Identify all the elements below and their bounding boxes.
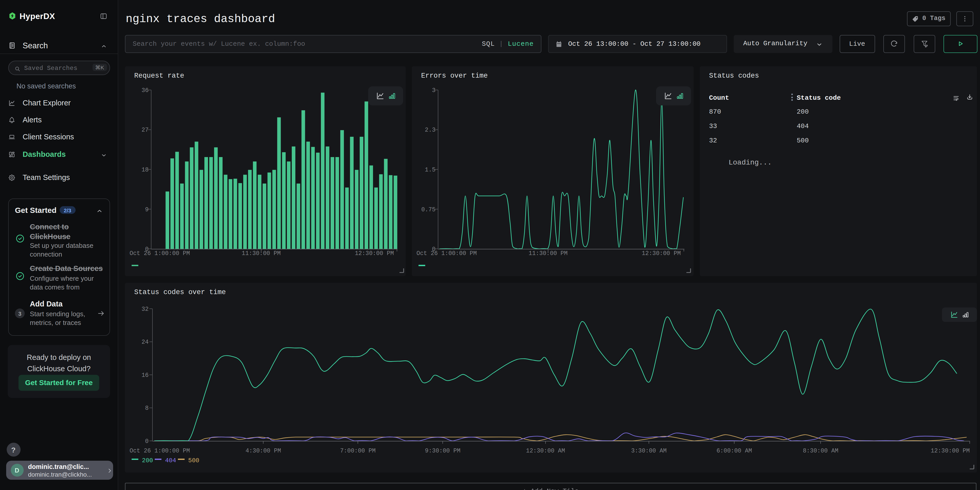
svg-text:Oct 26 1:00:00 PM: Oct 26 1:00:00 PM <box>417 250 477 257</box>
svg-text:9: 9 <box>145 207 149 213</box>
svg-text:27: 27 <box>142 127 149 134</box>
svg-text:36: 36 <box>142 87 149 94</box>
svg-text:12:30:00 PM: 12:30:00 PM <box>931 447 970 454</box>
svg-text:3: 3 <box>432 87 436 94</box>
svg-text:4:30:00 PM: 4:30:00 PM <box>245 447 281 454</box>
svg-text:0.75: 0.75 <box>422 207 436 213</box>
svg-text:Oct 26 1:00:00 PM: Oct 26 1:00:00 PM <box>130 250 190 257</box>
svg-text:500: 500 <box>188 457 199 464</box>
svg-text:200: 200 <box>142 457 153 464</box>
svg-text:32: 32 <box>142 305 149 312</box>
svg-text:7:00:00 PM: 7:00:00 PM <box>340 447 375 454</box>
svg-text:404: 404 <box>165 457 176 464</box>
svg-text:6:00:00 AM: 6:00:00 AM <box>716 447 752 454</box>
svg-text:12:30:00 PM: 12:30:00 PM <box>642 250 681 257</box>
svg-text:3:30:00 AM: 3:30:00 AM <box>631 447 667 454</box>
svg-text:24: 24 <box>142 339 149 345</box>
svg-text:8:30:00 AM: 8:30:00 AM <box>803 447 838 454</box>
svg-text:Oct 26 1:00:00 PM: Oct 26 1:00:00 PM <box>130 447 190 454</box>
svg-text:2.3: 2.3 <box>425 127 436 134</box>
svg-text:12:30:00 AM: 12:30:00 AM <box>526 447 565 454</box>
svg-text:0: 0 <box>145 438 149 444</box>
svg-text:11:30:00 PM: 11:30:00 PM <box>528 250 568 257</box>
svg-text:11:30:00 PM: 11:30:00 PM <box>242 250 281 257</box>
svg-text:18: 18 <box>142 167 149 173</box>
svg-text:9:30:00 PM: 9:30:00 PM <box>425 447 460 454</box>
svg-text:8: 8 <box>145 405 149 411</box>
svg-text:16: 16 <box>142 372 149 379</box>
svg-text:12:30:00 PM: 12:30:00 PM <box>355 250 394 257</box>
svg-text:1.5: 1.5 <box>425 167 436 173</box>
